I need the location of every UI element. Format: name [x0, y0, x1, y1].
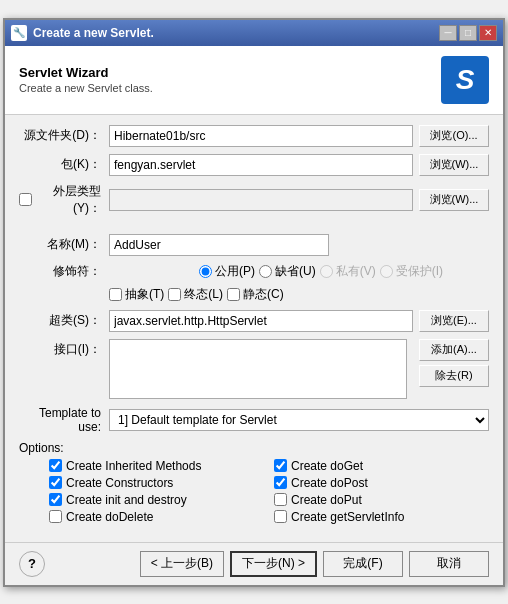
option-init-destroy: Create init and destroy [49, 493, 264, 507]
option-doput-checkbox[interactable] [274, 493, 287, 506]
radio-default-label: 缺省(U) [275, 263, 316, 280]
superclass-field [109, 310, 413, 332]
template-select[interactable]: 1] Default template for Servlet [109, 409, 489, 431]
modifier-row: 修饰符： 公用(P) 缺省(U) 私有(V) [19, 263, 489, 303]
back-button[interactable]: < 上一步(B) [140, 551, 224, 577]
options-grid: Create Inherited Methods Create doGet Cr… [19, 459, 489, 524]
dialog-footer: ? < 上一步(B) 下一步(N) > 完成(F) 取消 [5, 542, 503, 585]
package-input[interactable] [109, 154, 413, 176]
option-constructors-label: Create Constructors [66, 476, 173, 490]
wizard-title: Servlet Wizard [19, 65, 153, 80]
check-static-input[interactable] [227, 288, 240, 301]
package-field [109, 154, 413, 176]
superclass-browse-button[interactable]: 浏览(E)... [419, 310, 489, 332]
option-getservletinfo: Create getServletInfo [274, 510, 489, 524]
finish-button[interactable]: 完成(F) [323, 551, 403, 577]
interface-buttons: 添加(A)... 除去(R) [413, 339, 489, 387]
radio-protected-label: 受保护(I) [396, 263, 443, 280]
titlebar-left: 🔧 Create a new Servlet. [11, 25, 154, 41]
package-label: 包(K)： [19, 156, 109, 173]
template-row: Template to use: 1] Default template for… [19, 406, 489, 434]
interface-add-button[interactable]: 添加(A)... [419, 339, 489, 361]
radio-protected: 受保护(I) [380, 263, 443, 280]
source-folder-field [109, 125, 413, 147]
option-init-destroy-label: Create init and destroy [66, 493, 187, 507]
name-row: 名称(M)： [19, 234, 489, 256]
option-getservletinfo-checkbox[interactable] [274, 510, 287, 523]
minimize-button[interactable]: ─ [439, 25, 457, 41]
radio-private-label: 私有(V) [336, 263, 376, 280]
option-dopost-label: Create doPost [291, 476, 368, 490]
modifier-radio-group: 公用(P) 缺省(U) 私有(V) 受保护(I) [199, 263, 443, 280]
superclass-input[interactable] [109, 310, 413, 332]
close-button[interactable]: ✕ [479, 25, 497, 41]
outer-type-checkbox[interactable] [19, 193, 32, 206]
option-dodelete-label: Create doDelete [66, 510, 153, 524]
template-label: Template to use: [19, 406, 109, 434]
radio-protected-input[interactable] [380, 265, 393, 278]
radio-default-input[interactable] [259, 265, 272, 278]
help-button[interactable]: ? [19, 551, 45, 577]
restore-button[interactable]: □ [459, 25, 477, 41]
dialog-window: 🔧 Create a new Servlet. ─ □ ✕ Servlet Wi… [3, 18, 505, 587]
option-inherited-methods-checkbox[interactable] [49, 459, 62, 472]
check-final-input[interactable] [168, 288, 181, 301]
wizard-logo: S [441, 56, 489, 104]
radio-private-input[interactable] [320, 265, 333, 278]
option-init-destroy-checkbox[interactable] [49, 493, 62, 506]
check-abstract-label: 抽象(T) [125, 286, 164, 303]
check-final-label: 终态(L) [184, 286, 223, 303]
name-field [109, 234, 489, 256]
option-dopost-checkbox[interactable] [274, 476, 287, 489]
check-static-label: 静态(C) [243, 286, 284, 303]
radio-private: 私有(V) [320, 263, 376, 280]
package-row: 包(K)： 浏览(W)... [19, 154, 489, 176]
check-final: 终态(L) [168, 286, 223, 303]
check-static: 静态(C) [227, 286, 284, 303]
option-dodelete-checkbox[interactable] [49, 510, 62, 523]
outer-type-input[interactable] [109, 189, 413, 211]
package-browse-button[interactable]: 浏览(W)... [419, 154, 489, 176]
footer-left: ? [19, 551, 45, 577]
option-inherited-methods: Create Inherited Methods [49, 459, 264, 473]
source-folder-input[interactable] [109, 125, 413, 147]
option-doget-label: Create doGet [291, 459, 363, 473]
interface-label: 接口(I)： [19, 339, 109, 358]
check-abstract-input[interactable] [109, 288, 122, 301]
source-folder-row: 源文件夹(D)： 浏览(O)... [19, 125, 489, 147]
interface-remove-button[interactable]: 除去(R) [419, 365, 489, 387]
option-doput-label: Create doPut [291, 493, 362, 507]
superclass-row: 超类(S)： 浏览(E)... [19, 310, 489, 332]
footer-right: < 上一步(B) 下一步(N) > 完成(F) 取消 [140, 551, 489, 577]
titlebar-controls: ─ □ ✕ [439, 25, 497, 41]
titlebar: 🔧 Create a new Servlet. ─ □ ✕ [5, 20, 503, 46]
dialog-icon: 🔧 [11, 25, 27, 41]
option-inherited-methods-label: Create Inherited Methods [66, 459, 201, 473]
wizard-subtitle: Create a new Servlet class. [19, 82, 153, 94]
radio-public: 公用(P) [199, 263, 255, 280]
interface-list[interactable] [109, 339, 407, 399]
radio-public-label: 公用(P) [215, 263, 255, 280]
option-constructors: Create Constructors [49, 476, 264, 490]
source-folder-browse-button[interactable]: 浏览(O)... [419, 125, 489, 147]
next-button[interactable]: 下一步(N) > [230, 551, 317, 577]
name-label: 名称(M)： [19, 236, 109, 253]
option-dopost: Create doPost [274, 476, 489, 490]
cancel-button[interactable]: 取消 [409, 551, 489, 577]
option-doget-checkbox[interactable] [274, 459, 287, 472]
outer-type-browse-button[interactable]: 浏览(W)... [419, 189, 489, 211]
interface-field [109, 339, 407, 399]
option-constructors-checkbox[interactable] [49, 476, 62, 489]
interface-row: 接口(I)： 添加(A)... 除去(R) [19, 339, 489, 399]
option-dodelete: Create doDelete [49, 510, 264, 524]
radio-public-input[interactable] [199, 265, 212, 278]
option-doput: Create doPut [274, 493, 489, 507]
outer-type-label-area: 外层类型(Y)： [19, 183, 109, 217]
outer-type-row: 外层类型(Y)： 浏览(W)... [19, 183, 489, 217]
superclass-label: 超类(S)： [19, 312, 109, 329]
option-doget: Create doGet [274, 459, 489, 473]
dialog-body: 源文件夹(D)： 浏览(O)... 包(K)： 浏览(W)... 外层类型(Y)… [5, 115, 503, 542]
options-label: Options: [19, 441, 489, 455]
modifier-check-group: 抽象(T) 终态(L) 静态(C) [109, 286, 284, 303]
name-input[interactable] [109, 234, 329, 256]
